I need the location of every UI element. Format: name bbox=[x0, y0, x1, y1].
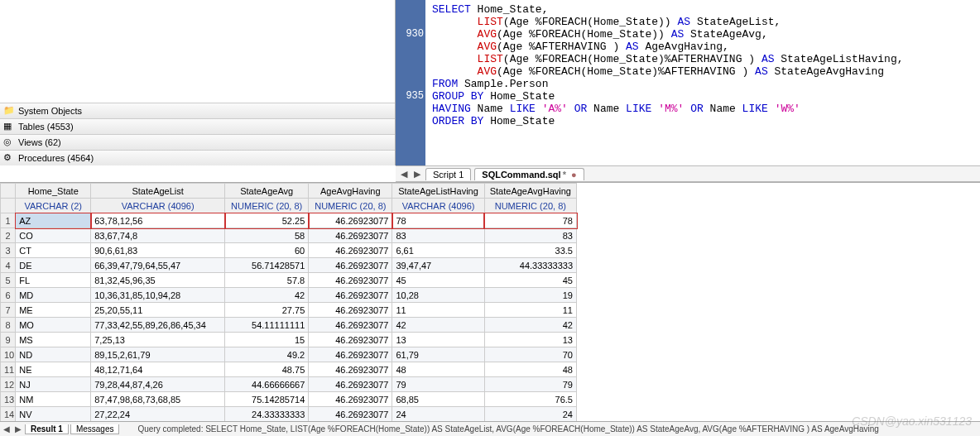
cell[interactable]: 45 bbox=[484, 273, 576, 288]
row-number[interactable]: 14 bbox=[1, 407, 16, 422]
cell[interactable]: 46.26923077 bbox=[309, 392, 392, 407]
cell[interactable]: 11 bbox=[484, 303, 576, 318]
cell[interactable]: 52.25 bbox=[225, 213, 309, 228]
cell[interactable]: 56.71428571 bbox=[225, 258, 309, 273]
cell[interactable]: 44.66666667 bbox=[225, 377, 309, 392]
cell[interactable]: 25,20,55,11 bbox=[91, 303, 225, 318]
cell[interactable]: ME bbox=[16, 303, 91, 318]
tab-sqlcommand[interactable]: SQLCommand.sql*● bbox=[474, 168, 584, 180]
cell[interactable]: 61,79 bbox=[392, 347, 484, 362]
cell[interactable]: 46.26923077 bbox=[309, 243, 392, 258]
cell[interactable]: 48,12,71,64 bbox=[91, 362, 225, 377]
cell[interactable]: 58 bbox=[225, 228, 309, 243]
cell[interactable]: 48 bbox=[484, 362, 576, 377]
col-head[interactable]: StateAgeListHaving bbox=[392, 184, 484, 199]
cell[interactable]: 13 bbox=[484, 333, 576, 347]
row-number[interactable]: 1 bbox=[1, 213, 16, 228]
cell[interactable]: 46.26923077 bbox=[309, 288, 392, 303]
tab-messages[interactable]: Messages bbox=[70, 424, 120, 434]
cell[interactable]: 33.5 bbox=[484, 243, 576, 258]
cell[interactable]: 42 bbox=[484, 318, 576, 333]
table-row[interactable]: 8MO77,33,42,55,89,26,86,45,3454.11111111… bbox=[1, 318, 577, 333]
results-prev-icon[interactable]: ◀ bbox=[2, 424, 12, 434]
cell[interactable]: 89,15,2,61,79 bbox=[91, 347, 225, 362]
col-head[interactable]: StateAgeAvg bbox=[225, 184, 309, 199]
cell[interactable]: 27,22,24 bbox=[91, 407, 225, 422]
cell[interactable]: 46.26923077 bbox=[309, 377, 392, 392]
cell[interactable]: 46.26923077 bbox=[309, 407, 392, 422]
results-grid[interactable]: Home_State StateAgeList StateAgeAvg AgeA… bbox=[0, 182, 980, 421]
cell[interactable]: 54.11111111 bbox=[225, 318, 309, 333]
cell[interactable]: NM bbox=[16, 392, 91, 407]
row-number[interactable]: 9 bbox=[1, 333, 16, 347]
tabs-next-icon[interactable]: ▶ bbox=[412, 169, 422, 180]
cell[interactable]: AZ bbox=[16, 213, 91, 228]
row-number[interactable]: 5 bbox=[1, 273, 16, 288]
table-row[interactable]: 12NJ79,28,44,87,4,2644.6666666746.269230… bbox=[1, 377, 577, 392]
cell[interactable]: 77,33,42,55,89,26,86,45,34 bbox=[91, 318, 225, 333]
cell[interactable]: 48 bbox=[392, 362, 484, 377]
cell[interactable]: 48.75 bbox=[225, 362, 309, 377]
cell[interactable]: 63,78,12,56 bbox=[91, 213, 225, 228]
cell[interactable]: NV bbox=[16, 407, 91, 422]
cell[interactable]: 79 bbox=[484, 377, 576, 392]
table-row[interactable]: 2CO83,67,74,85846.269230778383 bbox=[1, 228, 577, 243]
col-head[interactable]: StateAgeAvgHaving bbox=[484, 184, 576, 199]
cell[interactable]: CT bbox=[16, 243, 91, 258]
row-number[interactable]: 13 bbox=[1, 392, 16, 407]
row-number[interactable]: 11 bbox=[1, 362, 16, 377]
cell[interactable]: 76.5 bbox=[484, 392, 576, 407]
table-row[interactable]: 6MD10,36,31,85,10,94,284246.2692307710,2… bbox=[1, 288, 577, 303]
cell[interactable]: 46.26923077 bbox=[309, 333, 392, 347]
table-row[interactable]: 10ND89,15,2,61,7949.246.2692307761,7970 bbox=[1, 347, 577, 362]
cell[interactable]: 66,39,47,79,64,55,47 bbox=[91, 258, 225, 273]
row-number[interactable]: 2 bbox=[1, 228, 16, 243]
sql-editor[interactable]: SELECT Home_State, LIST(Age %FOREACH(Hom… bbox=[425, 0, 980, 165]
cell[interactable]: 90,6,61,83 bbox=[91, 243, 225, 258]
cell[interactable]: 42 bbox=[392, 318, 484, 333]
cell[interactable]: 24 bbox=[484, 407, 576, 422]
cell[interactable]: MD bbox=[16, 288, 91, 303]
cell[interactable]: 46.26923077 bbox=[309, 318, 392, 333]
col-head[interactable]: AgeAvgHaving bbox=[309, 184, 392, 199]
table-row[interactable]: 1AZ63,78,12,5652.2546.269230777878 bbox=[1, 213, 577, 228]
cell[interactable]: 87,47,98,68,73,68,85 bbox=[91, 392, 225, 407]
cell[interactable]: FL bbox=[16, 273, 91, 288]
cell[interactable]: 75.14285714 bbox=[225, 392, 309, 407]
cell[interactable]: 15 bbox=[225, 333, 309, 347]
cell[interactable]: MS bbox=[16, 333, 91, 347]
col-head[interactable]: StateAgeList bbox=[91, 184, 225, 199]
cell[interactable]: 57.8 bbox=[225, 273, 309, 288]
table-row[interactable]: 7ME25,20,55,1127.7546.269230771111 bbox=[1, 303, 577, 318]
cell[interactable]: 81,32,45,96,35 bbox=[91, 273, 225, 288]
row-number[interactable]: 3 bbox=[1, 243, 16, 258]
row-number[interactable]: 8 bbox=[1, 318, 16, 333]
cell[interactable]: 68,85 bbox=[392, 392, 484, 407]
cell[interactable]: 46.26923077 bbox=[309, 303, 392, 318]
table-row[interactable]: 5FL81,32,45,96,3557.846.269230774545 bbox=[1, 273, 577, 288]
row-number[interactable]: 12 bbox=[1, 377, 16, 392]
row-number[interactable]: 6 bbox=[1, 288, 16, 303]
cell[interactable]: 44.33333333 bbox=[484, 258, 576, 273]
row-number[interactable]: 4 bbox=[1, 258, 16, 273]
cell[interactable]: 79 bbox=[392, 377, 484, 392]
cell[interactable]: 78 bbox=[392, 213, 484, 228]
row-number[interactable]: 7 bbox=[1, 303, 16, 318]
cell[interactable]: 24 bbox=[392, 407, 484, 422]
tab-script1[interactable]: Script 1 bbox=[425, 168, 471, 180]
cell[interactable]: 46.26923077 bbox=[309, 228, 392, 243]
cell[interactable]: 7,25,13 bbox=[91, 333, 225, 347]
cell[interactable]: 13 bbox=[392, 333, 484, 347]
cell[interactable]: 24.33333333 bbox=[225, 407, 309, 422]
close-icon[interactable]: ● bbox=[571, 170, 577, 180]
cell[interactable]: 42 bbox=[225, 288, 309, 303]
cell[interactable]: 46.26923077 bbox=[309, 362, 392, 377]
cell[interactable]: NE bbox=[16, 362, 91, 377]
table-row[interactable]: 4DE66,39,47,79,64,55,4756.7142857146.269… bbox=[1, 258, 577, 273]
cell[interactable]: 39,47,47 bbox=[392, 258, 484, 273]
tab-result1[interactable]: Result 1 bbox=[25, 424, 69, 434]
table-row[interactable]: 3CT90,6,61,836046.269230776,6133.5 bbox=[1, 243, 577, 258]
cell[interactable]: 46.26923077 bbox=[309, 273, 392, 288]
col-head[interactable]: Home_State bbox=[16, 184, 91, 199]
cell[interactable]: CO bbox=[16, 228, 91, 243]
